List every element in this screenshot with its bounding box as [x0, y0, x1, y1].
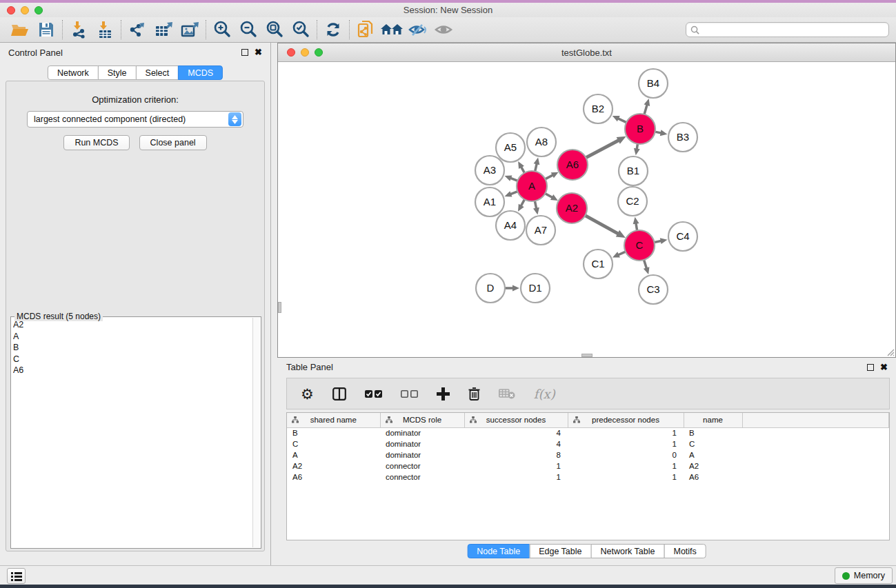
table-cell[interactable]: B — [684, 427, 742, 438]
save-session-button[interactable] — [33, 19, 59, 40]
table-row[interactable]: Adominator80A — [287, 449, 889, 460]
column-settings-button[interactable]: ⚙ — [301, 387, 314, 401]
result-item[interactable]: A2 — [13, 319, 252, 331]
table-cell[interactable]: 8 — [464, 449, 568, 460]
table-cell[interactable]: C — [287, 438, 380, 449]
refresh-button[interactable] — [320, 19, 346, 40]
table-cell[interactable]: A6 — [287, 472, 380, 483]
table-cell[interactable]: 1 — [568, 460, 684, 472]
memory-button[interactable]: Memory — [835, 567, 893, 584]
table-cell[interactable]: C — [684, 438, 742, 449]
export-table-button[interactable] — [150, 19, 177, 40]
table-cell[interactable]: A2 — [684, 460, 742, 472]
column-header[interactable]: successor nodes — [464, 413, 568, 427]
tab-style[interactable]: Style — [98, 65, 137, 80]
edge-arrowhead — [512, 285, 519, 292]
table-row[interactable]: Cdominator41C — [287, 438, 889, 449]
table-cell[interactable]: connector — [380, 460, 464, 472]
import-network-button[interactable] — [66, 19, 92, 40]
delete-table-button[interactable] — [499, 388, 515, 399]
add-column-button[interactable] — [437, 387, 450, 401]
tab-network[interactable]: Network — [48, 65, 99, 80]
tab-select[interactable]: Select — [136, 65, 179, 80]
open-file-button[interactable] — [7, 19, 33, 40]
table-cell[interactable]: 1 — [568, 472, 684, 483]
zoom-out-button[interactable] — [235, 19, 261, 40]
search-field[interactable] — [686, 22, 889, 37]
select-all-columns-button[interactable] — [365, 390, 382, 398]
run-mcds-button[interactable]: Run MCDS — [63, 135, 129, 150]
mcds-result-list[interactable]: A2ABCA6 — [13, 319, 252, 547]
show-hidden-button[interactable] — [431, 19, 457, 40]
table-cell[interactable]: 0 — [568, 449, 684, 460]
resize-grip-icon[interactable] — [885, 347, 895, 356]
search-input[interactable] — [702, 25, 884, 34]
network-canvas[interactable]: B4B2BB3A5A8A6A3B1AA1C2A2A4A7C4CC1C3DD1 — [278, 63, 895, 357]
network-graph[interactable]: B4B2BB3A5A8A6A3B1AA1C2A2A4A7C4CC1C3DD1 — [278, 63, 895, 358]
table-cell[interactable]: dominator — [380, 438, 464, 449]
table-cell[interactable]: dominator — [380, 427, 464, 438]
table-cell[interactable]: 1 — [568, 438, 684, 449]
zoom-fit-button[interactable] — [261, 19, 288, 40]
list-icon — [11, 571, 22, 581]
table-cell[interactable]: 1 — [464, 460, 568, 472]
table-cell[interactable]: 4 — [464, 438, 568, 449]
table-cell[interactable]: connector — [380, 472, 464, 483]
delete-columns-button[interactable] — [468, 387, 480, 401]
zoom-in-button[interactable] — [209, 19, 235, 40]
graph-node-label: B3 — [677, 131, 689, 143]
optimization-criterion-select[interactable]: largest connected component (directed) — [27, 111, 243, 128]
edge-A2-C[interactable] — [584, 214, 619, 234]
table-row[interactable]: A6connector11A6 — [287, 472, 889, 483]
zoom-selected-button[interactable] — [288, 19, 314, 40]
result-item[interactable]: C — [13, 354, 252, 365]
tab-node-table[interactable]: Node Table — [467, 544, 530, 558]
result-item[interactable]: A — [13, 331, 252, 343]
close-panel-button[interactable]: Close panel — [139, 135, 207, 150]
column-header[interactable]: MCDS role — [380, 413, 464, 427]
show-all-button[interactable] — [379, 19, 405, 40]
table-row[interactable]: A2connector11A2 — [287, 460, 889, 472]
network-window-titlebar[interactable]: testGlobe.txt — [278, 43, 895, 62]
table-cell[interactable]: A — [684, 449, 742, 460]
table-cell[interactable]: 4 — [464, 427, 568, 438]
result-item[interactable]: A6 — [13, 365, 252, 376]
memory-status-icon — [842, 572, 850, 580]
canvas-splitter-handle[interactable] — [278, 302, 281, 313]
function-builder-button[interactable]: f(x) — [534, 387, 555, 401]
result-item[interactable]: B — [13, 342, 252, 354]
table-cell[interactable]: 1 — [568, 427, 684, 438]
canvas-splitter-handle[interactable] — [581, 354, 593, 357]
float-panel-icon[interactable] — [867, 364, 874, 371]
control-panel: Control Panel ✖ Network Style Select MCD… — [0, 43, 271, 565]
close-panel-icon[interactable]: ✖ — [255, 49, 262, 56]
close-panel-icon[interactable]: ✖ — [880, 364, 888, 371]
table-cell[interactable]: 1 — [464, 472, 568, 483]
result-scrollbar[interactable] — [252, 318, 260, 547]
edge-A6-B[interactable] — [584, 140, 619, 159]
task-history-button[interactable] — [7, 568, 26, 584]
table-cell[interactable]: A — [287, 449, 380, 460]
network-from-selection-button[interactable] — [352, 19, 379, 40]
tab-edge-table[interactable]: Edge Table — [529, 544, 591, 558]
unselect-all-columns-button[interactable] — [401, 390, 418, 398]
tab-network-table[interactable]: Network Table — [591, 544, 665, 558]
table-cell[interactable]: B — [287, 427, 380, 438]
float-panel-icon[interactable] — [241, 49, 248, 56]
column-header[interactable]: name — [684, 413, 742, 427]
table-cell[interactable]: A2 — [287, 460, 380, 472]
tab-motifs[interactable]: Motifs — [664, 544, 706, 558]
import-table-button[interactable] — [92, 19, 118, 40]
panel-mode-button[interactable] — [332, 387, 346, 401]
export-network-button[interactable] — [124, 19, 150, 40]
hide-selected-button[interactable] — [405, 19, 431, 40]
table-row[interactable]: Bdominator41B — [287, 427, 889, 438]
node-table[interactable]: shared nameMCDS rolesuccessor nodesprede… — [286, 412, 890, 540]
column-header[interactable]: predecessor nodes — [568, 413, 684, 427]
tab-mcds[interactable]: MCDS — [178, 65, 223, 80]
export-image-button[interactable] — [177, 19, 203, 40]
column-header[interactable]: shared name — [287, 413, 380, 427]
table-cell[interactable]: A6 — [684, 472, 742, 483]
table-cell[interactable]: dominator — [380, 449, 464, 460]
graph-node-label: C1 — [591, 258, 604, 270]
